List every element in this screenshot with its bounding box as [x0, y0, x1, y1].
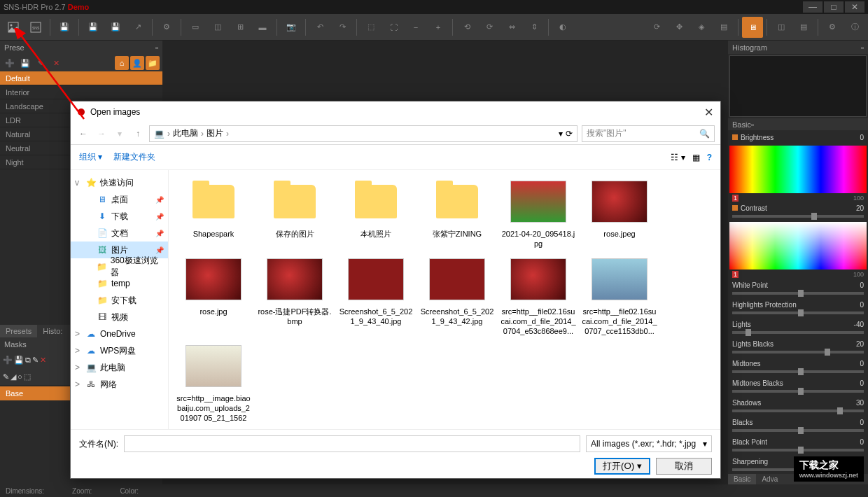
slider-shadows[interactable]: [732, 410, 864, 412]
preset-user-icon[interactable]: 👤: [130, 56, 144, 70]
undo-icon[interactable]: ↶: [309, 17, 330, 38]
slider-black-point[interactable]: [732, 449, 864, 451]
file-item[interactable]: Screenshot_6_5_2021_9_43_40.jpg: [338, 255, 414, 336]
crop-icon[interactable]: ⬚: [360, 17, 382, 38]
slider-lights[interactable]: [732, 331, 864, 334]
grid-2-icon[interactable]: ◫: [207, 17, 228, 38]
tab-presets[interactable]: Presets: [0, 325, 37, 337]
tree-item[interactable]: >☁OneDrive: [71, 326, 168, 342]
mask-m4-icon[interactable]: ⬚: [24, 372, 31, 382]
view-mode-icon[interactable]: ☷ ▾: [671, 153, 685, 162]
tree-item[interactable]: >🖧网络: [71, 376, 168, 393]
move-icon[interactable]: ◈: [691, 17, 712, 38]
file-item[interactable]: src=http__file02.16sucai.com_d_file_2014…: [500, 255, 576, 336]
mask-add-icon[interactable]: ➕: [3, 356, 13, 365]
file-item[interactable]: Shapespark: [176, 177, 251, 249]
search-icon[interactable]: 🔍: [699, 129, 710, 139]
tab-basic[interactable]: Basic: [728, 474, 756, 484]
open-button[interactable]: 打开(O) ▾: [594, 458, 650, 475]
dialog-close-icon[interactable]: ✕: [704, 106, 713, 119]
file-item[interactable]: rose.jpg: [176, 255, 251, 336]
file-item[interactable]: rose.jpeg: [582, 177, 657, 249]
preset-folder-icon[interactable]: 📁: [146, 56, 160, 70]
grid-4-icon[interactable]: ▬: [252, 17, 273, 38]
grid-1-icon[interactable]: ▭: [185, 17, 206, 38]
organize-button[interactable]: 组织 ▾: [79, 151, 102, 163]
mask-copy-icon[interactable]: ⧉: [25, 356, 31, 365]
camera-icon[interactable]: 📷: [281, 17, 302, 38]
new-folder-button[interactable]: 新建文件夹: [113, 151, 155, 163]
redo-icon[interactable]: ↷: [332, 17, 353, 38]
histogram-close-icon[interactable]: ▫: [861, 43, 864, 52]
tree-item[interactable]: 📄文档📌: [71, 225, 168, 241]
batch-icon[interactable]: ▤: [713, 17, 734, 38]
fit-icon[interactable]: ⛶: [383, 17, 404, 38]
info-icon[interactable]: ⓘ: [844, 17, 865, 38]
preset-delete-icon[interactable]: ✕: [49, 56, 63, 70]
tab-advanced[interactable]: Adva: [756, 474, 783, 484]
preset-save-icon[interactable]: 💾: [18, 56, 32, 70]
preset-item[interactable]: Default: [0, 71, 162, 85]
file-item[interactable]: 保存的图片: [257, 177, 332, 249]
slider-midtones[interactable]: [732, 370, 864, 373]
slider-lights-blacks[interactable]: [732, 351, 864, 354]
tree-item[interactable]: 🎞视频: [71, 309, 168, 326]
nav-forward-icon[interactable]: →: [94, 127, 108, 141]
preset-item[interactable]: Interior: [0, 85, 162, 99]
export-icon[interactable]: ↗: [127, 17, 148, 38]
zoom-out-icon[interactable]: −: [405, 17, 426, 38]
monitor-icon[interactable]: 🖥: [742, 17, 763, 38]
cancel-button[interactable]: 取消: [656, 458, 712, 475]
help-icon[interactable]: ?: [707, 153, 712, 162]
file-item[interactable]: src=http__file02.16sucai.com_d_file_2014…: [582, 255, 657, 336]
mask-brush-icon[interactable]: ✎: [3, 372, 9, 382]
mask-m2-icon[interactable]: ◢: [10, 372, 16, 382]
open-image-icon[interactable]: [3, 17, 24, 38]
nav-up-icon[interactable]: ↑: [131, 127, 145, 141]
file-item[interactable]: src=http__image.biaobaiju.com_uploads_20…: [176, 342, 251, 423]
tree-item[interactable]: >☁WPS网盘: [71, 342, 168, 359]
tree-item[interactable]: 🖥桌面📌: [71, 191, 168, 208]
zoom-in-icon[interactable]: +: [428, 17, 449, 38]
color-picker[interactable]: [729, 146, 867, 193]
maximize-button[interactable]: □: [824, 1, 844, 13]
mask-m3-icon[interactable]: ○: [18, 372, 22, 381]
file-item[interactable]: 张紫宁ZINING: [419, 177, 495, 249]
minimize-button[interactable]: —: [803, 1, 822, 13]
flip-v-icon[interactable]: ⇕: [524, 17, 545, 38]
breadcrumb[interactable]: 💻› 此电脑› 图片› ▾ ⟳: [149, 125, 578, 142]
flip-h-icon[interactable]: ⇔: [501, 17, 522, 38]
filename-input[interactable]: [124, 435, 580, 452]
save-sns-icon[interactable]: 💾: [54, 17, 75, 38]
tree-item[interactable]: 📁安下载: [71, 292, 168, 309]
compare-icon[interactable]: ◐: [552, 17, 573, 38]
open-sns-icon[interactable]: SNS: [25, 17, 46, 38]
settings-icon[interactable]: ⚙: [156, 17, 177, 38]
refresh-icon[interactable]: ⟳: [646, 17, 667, 38]
slider-blacks[interactable]: [732, 429, 864, 432]
mask-save-icon[interactable]: 💾: [14, 356, 24, 365]
refresh-icon[interactable]: ⟳: [566, 129, 573, 139]
contrast-slider[interactable]: [732, 215, 864, 218]
layout-1-icon[interactable]: ◫: [771, 17, 792, 38]
slider-midtones-blacks[interactable]: [732, 390, 864, 393]
save-as-icon[interactable]: 💾: [105, 17, 126, 38]
file-item[interactable]: 2021-04-20_095418.jpg: [500, 177, 576, 249]
tree-item[interactable]: ⬇下载📌: [71, 208, 168, 225]
slider-white-point[interactable]: [732, 292, 864, 295]
file-item[interactable]: rose-迅捷PDF转换器.bmp: [257, 255, 332, 336]
tree-item[interactable]: 📁360极速浏览器: [71, 258, 168, 275]
preset-add-icon[interactable]: ➕: [3, 56, 17, 70]
grid-3-icon[interactable]: ⊞: [230, 17, 251, 38]
preset-home-icon[interactable]: ⌂: [115, 56, 129, 70]
tab-history[interactable]: Histo:: [37, 325, 68, 337]
color-picker-2[interactable]: [729, 222, 867, 270]
file-item[interactable]: Screenshot_6_5_2021_9_43_42.jpg: [419, 255, 495, 336]
save-icon[interactable]: 💾: [83, 17, 104, 38]
nav-back-icon[interactable]: ←: [76, 127, 90, 141]
layout-2-icon[interactable]: ▤: [793, 17, 814, 38]
nav-recent-icon[interactable]: ▾: [113, 127, 127, 141]
search-input[interactable]: 搜索"图片" 🔍: [582, 125, 715, 142]
gear-icon[interactable]: ⚙: [822, 17, 843, 38]
rotate-left-icon[interactable]: ⟲: [456, 17, 477, 38]
